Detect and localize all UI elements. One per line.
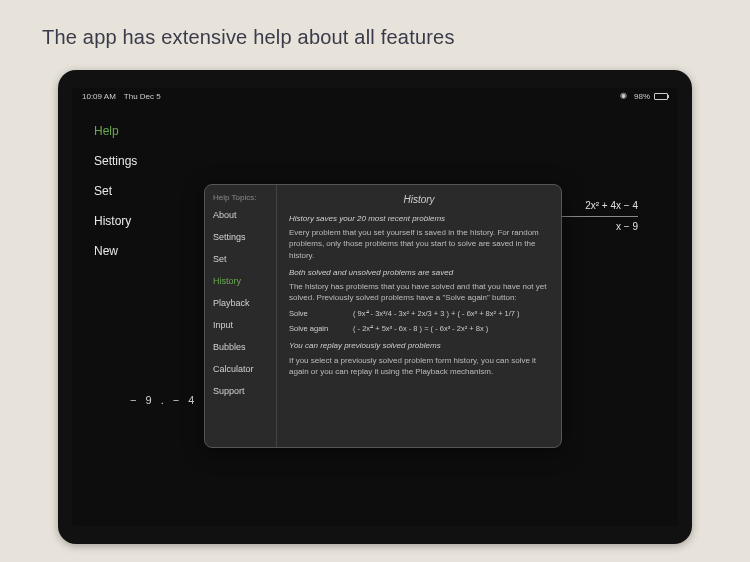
page-caption: The app has extensive help about all fea… (42, 26, 455, 49)
status-time: 10:09 AM (82, 92, 116, 101)
status-bar: 10:09 AM Thu Dec 5 98% (72, 88, 678, 103)
tablet-screen: 10:09 AM Thu Dec 5 98% Help Settings Set… (72, 88, 678, 526)
topic-input[interactable]: Input (213, 320, 268, 330)
help-heading-3: You can replay previously solved problem… (289, 340, 549, 351)
example-solve-again-label: Solve again (289, 324, 341, 335)
equation-residual: − 9 . − 4 (130, 394, 197, 406)
main-menu: Help Settings Set History New (94, 124, 137, 258)
help-content-title: History (289, 193, 549, 207)
wifi-icon (620, 93, 630, 101)
help-popover: Help Topics: About Settings Set History … (204, 184, 562, 448)
help-content: History History saves your 20 most recen… (277, 185, 561, 447)
topic-set[interactable]: Set (213, 254, 268, 264)
help-topics-sidebar: Help Topics: About Settings Set History … (205, 185, 277, 447)
example-solve-label: Solve (289, 309, 341, 320)
example-solve-again-row: Solve again ( - 2x⁴ + 5x³ - 6x - 8 ) = (… (289, 324, 549, 335)
menu-item-set[interactable]: Set (94, 184, 137, 198)
help-paragraph-3: If you select a previously solved proble… (289, 355, 549, 377)
topic-about[interactable]: About (213, 210, 268, 220)
menu-item-help[interactable]: Help (94, 124, 137, 138)
example-solve-expr: ( 9x⁴ - 3x³/4 - 3x² + 2x/3 + 3 ) + ( - 6… (353, 309, 520, 320)
tablet-frame: 10:09 AM Thu Dec 5 98% Help Settings Set… (58, 70, 692, 544)
menu-item-new[interactable]: New (94, 244, 137, 258)
topic-settings[interactable]: Settings (213, 232, 268, 242)
battery-percent: 98% (634, 92, 650, 101)
topic-history[interactable]: History (213, 276, 268, 286)
topic-support[interactable]: Support (213, 386, 268, 396)
help-heading-2: Both solved and unsolved problems are sa… (289, 267, 549, 278)
example-solve-again-expr: ( - 2x⁴ + 5x³ - 6x - 8 ) = ( - 6x³ - 2x²… (353, 324, 488, 335)
topic-bubbles[interactable]: Bubbles (213, 342, 268, 352)
help-paragraph-2: The history has problems that you have s… (289, 281, 549, 303)
status-date: Thu Dec 5 (124, 92, 161, 101)
battery-icon (654, 93, 668, 100)
menu-item-history[interactable]: History (94, 214, 137, 228)
menu-item-settings[interactable]: Settings (94, 154, 137, 168)
help-heading-1: History saves your 20 most recent proble… (289, 213, 549, 224)
topic-calculator[interactable]: Calculator (213, 364, 268, 374)
help-paragraph-1: Every problem that you set yourself is s… (289, 227, 549, 261)
example-solve-row: Solve ( 9x⁴ - 3x³/4 - 3x² + 2x/3 + 3 ) +… (289, 309, 549, 320)
topic-playback[interactable]: Playback (213, 298, 268, 308)
help-topics-label: Help Topics: (213, 193, 268, 202)
